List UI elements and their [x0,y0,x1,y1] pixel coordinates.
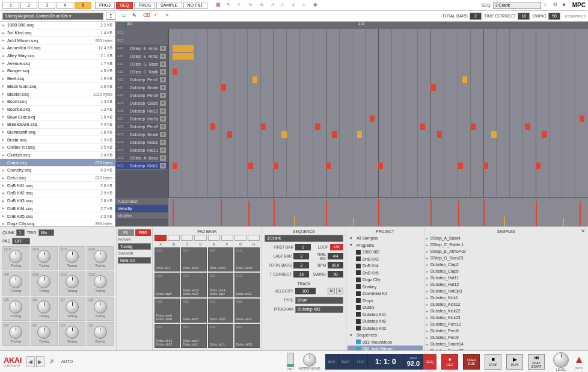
path-dropdown[interactable]: /Library/Applicati..Content/Drum Kits ▾ [2,13,103,20]
pad[interactable]: A11Dubs..re14Dubs..lap2 [208,273,233,297]
velocity-canvas[interactable] [168,198,588,226]
pad[interactable]: A06Dubs..erc8 [181,299,206,323]
swing-value[interactable]: 50 [548,13,560,20]
qlink-knob[interactable]: Q3Tuning [59,322,86,346]
next-button[interactable]: ▶ [36,356,44,367]
velocity-bar[interactable] [563,218,564,226]
wave-icon[interactable]: ∿ [248,2,256,9]
track-type[interactable]: Drum [295,297,343,304]
magnet-icon[interactable]: ⊂ [544,2,551,9]
qlink-num[interactable]: 1 [16,229,25,236]
sample-item[interactable]: Dubstep_Hat11 [426,274,587,281]
sample-item[interactable]: Dubstep_Clap5 [426,268,587,274]
sample-item[interactable]: Dubstep_Perc8 [426,327,587,334]
fx-icon[interactable]: ⟐ [302,2,310,9]
mute-icon[interactable]: M [160,108,166,114]
prg-tab[interactable]: PRG [135,229,152,236]
velocity-tab[interactable]: Automation [115,198,168,205]
tree-item[interactable]: Donkey [348,284,423,291]
qlink-knob[interactable]: Q10Tuning [31,271,58,296]
warning-icon[interactable]: ▲demo [574,353,584,370]
record-dot-icon[interactable]: ■ [563,2,570,9]
project-tree[interactable]: ▾All Samples▾Programs1980 808DnB Kit3DnB… [348,235,423,350]
bank-tab[interactable] [194,235,206,241]
sample-item[interactable]: Dubstep_Clap2 [426,261,587,268]
play-start-button[interactable]: ⏮PLAY START [528,354,545,370]
browser-item[interactable]: ▸Blaster.sxq1022 bytes [0,90,115,98]
total-bars[interactable]: 2 [293,262,309,268]
erase-icon[interactable]: ⌫ [143,13,150,20]
browser-item[interactable]: ▸Bowl Cutz.sxq1.6 KB [0,113,115,121]
note-block[interactable] [370,116,375,122]
note-block[interactable] [378,163,383,169]
tree-item[interactable]: Dogz City [348,276,423,284]
note-block[interactable] [248,163,253,169]
track-label[interactable]: A09Dubstep_Clap5M [115,99,168,107]
midi-icon[interactable]: ◉ [313,2,320,9]
mute-icon[interactable]: M [160,61,166,67]
pad[interactable]: A15DSte..oPd2 [208,247,233,271]
play-button[interactable]: ▶PLAY [506,354,523,370]
note-block[interactable] [430,84,435,91]
qlink-knob[interactable]: Q13Tuning [2,246,29,270]
solo-btn[interactable]: S [336,288,343,294]
mixer-icon[interactable]: ⎍ [237,2,245,9]
note-block[interactable] [542,131,547,138]
seq-swing[interactable]: 50 [328,271,343,277]
velocity-bar[interactable] [294,217,295,226]
note-block[interactable] [332,131,337,138]
browser-item[interactable]: ▸DnB Kit2.sxq2.9 KB [0,190,115,197]
note-block[interactable] [326,163,331,169]
sample-item[interactable]: Dubstep_Hat12 [426,281,587,288]
browser-item[interactable]: ▸DnB Kit3.sxq2.8 KB [0,197,115,205]
mute-icon[interactable]: M [160,147,166,153]
browser-item[interactable]: ▸3rd Kind.sxq1.4 KB [0,29,115,37]
note-block[interactable] [221,84,225,91]
note-block[interactable] [536,163,541,169]
speaker-icon[interactable]: 🔊 [49,358,57,365]
velocity-bar[interactable] [580,201,581,226]
browser-item[interactable]: ▸Crank.sxq873 bytes [0,159,115,167]
timesig[interactable]: 4/4 [328,253,343,259]
browser-item[interactable]: ▸Beef.sxq1.9 KB [0,75,115,83]
sample-item[interactable]: Dubstep_Kick12 [426,301,587,308]
qlink-knob[interactable]: Q4Tuning [87,322,114,346]
sample-item[interactable]: Dubstep_Perc9 [426,334,587,341]
browser-item[interactable]: ▸Boom.sxq1.3 KB [0,98,115,106]
browser-item[interactable]: ▸Busta.sxq1.9 KB [0,136,115,144]
note-block[interactable] [471,123,476,130]
track-label[interactable]: A06Dubstep_Perc8M [115,123,168,131]
bank-tab[interactable] [248,235,260,241]
tree-item[interactable]: 002: Acid Mtown [348,346,423,350]
note-block[interactable] [420,123,425,130]
sample-item[interactable]: DStep_G_Bass23 [426,255,587,261]
velocity-bar[interactable] [378,199,379,226]
browser-item[interactable]: ▸Black Gold.sxq2.0 KB [0,83,115,91]
note-block[interactable] [261,123,266,130]
workspace-tab-1[interactable]: 1 [2,2,19,9]
tree-item[interactable]: Dubstep Kit3 [348,325,423,332]
browser-item[interactable]: ▸1980 808.sxq2.2 KB [0,22,115,29]
seq-indicator[interactable]: SEQ [423,354,436,370]
note-block[interactable] [462,76,467,83]
sequence-select[interactable]: 3:Crank [493,2,541,9]
pad[interactable]: A12Dubs..rc12 [234,273,260,297]
mode-tab-no filt[interactable]: NO FILT [183,2,207,9]
tree-item[interactable]: 1980 808 [348,249,423,256]
mute-icon[interactable]: M [160,101,166,106]
track-label[interactable]: A04Dubstep_Kick23M [115,138,168,146]
tcorrect[interactable]: 16 [293,271,309,277]
note-block[interactable] [281,131,286,138]
time-correct-value[interactable]: 16 [518,13,530,20]
change-select[interactable]: Note On [118,257,151,264]
first-bar[interactable]: 1 [295,244,311,250]
note-block[interactable] [483,163,488,169]
track-label[interactable]: A08Dubstep_Hat12M [115,107,168,115]
note-block[interactable] [210,123,215,130]
mute-icon[interactable]: M [160,85,166,90]
grid-icon[interactable]: ▦ [216,2,223,9]
browser-item[interactable]: ▸Breakdown.sxq4.4 KB [0,121,115,129]
velocity-bar[interactable] [173,199,174,226]
mode-tab-seq[interactable]: SEQ [116,2,133,9]
browser-item[interactable]: ▸Dogz City.sxq895 bytes [0,220,115,226]
